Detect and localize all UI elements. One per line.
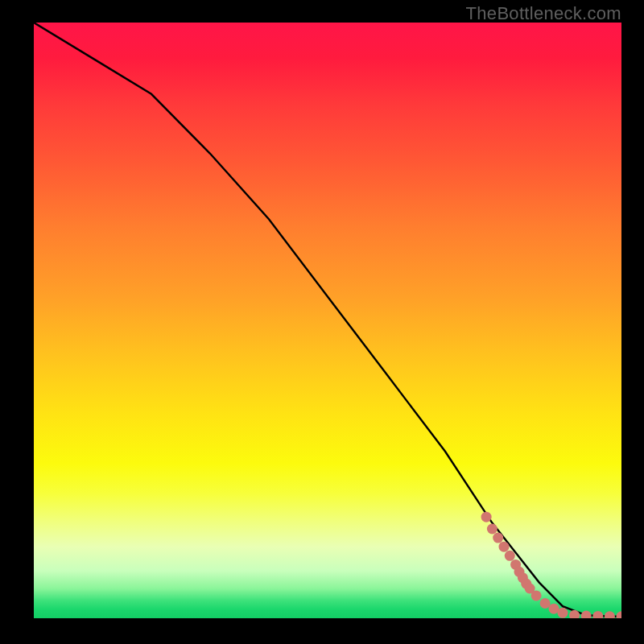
data-point (592, 611, 603, 618)
data-point (525, 584, 535, 594)
data-point (558, 608, 568, 618)
data-point (540, 598, 551, 609)
data-point (581, 611, 592, 619)
data-point (521, 579, 531, 589)
data-point (487, 524, 497, 535)
data-point (499, 542, 510, 552)
data-point (617, 611, 622, 618)
attribution-label: TheBottleneck.com (466, 3, 621, 24)
data-point (569, 610, 580, 618)
data-point (549, 604, 559, 614)
data-point (481, 512, 492, 522)
data-point (514, 567, 525, 577)
data-point (493, 533, 503, 543)
gradient-plot-area (34, 23, 621, 618)
chart-frame: TheBottleneck.com (0, 0, 644, 644)
chart-svg (34, 23, 621, 618)
data-point (510, 559, 521, 570)
data-point (605, 611, 615, 618)
data-markers (481, 512, 621, 618)
data-point (518, 572, 528, 583)
data-point (505, 551, 515, 561)
data-point (531, 590, 542, 601)
bottleneck-curve (34, 23, 621, 617)
